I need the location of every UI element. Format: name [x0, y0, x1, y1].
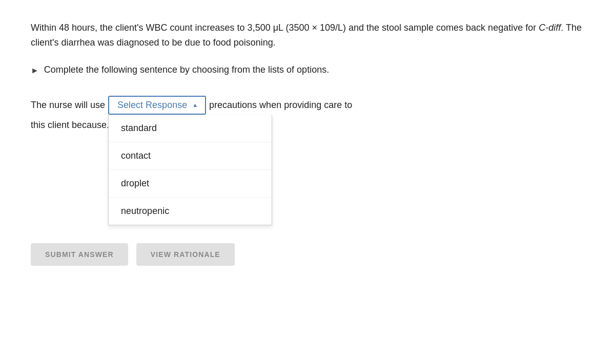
sentence-part2: precautions when providing care to [209, 100, 352, 111]
dropdown-arrow-icon: ▲ [192, 102, 198, 108]
option-neutropenic[interactable]: neutropenic [109, 198, 272, 225]
sentence-part3: this client because [31, 120, 107, 131]
intro-paragraph: Within 48 hours, the client's WBC count … [31, 20, 584, 50]
dropdown-wrapper: Select Response ▲ standard contact dropl… [108, 96, 206, 115]
instruction-text: Complete the following sentence by choos… [44, 65, 329, 75]
option-droplet[interactable]: droplet [109, 170, 272, 198]
select-response-label: Select Response [117, 100, 187, 111]
sentence-area: The nurse will use Select Response ▲ sta… [31, 96, 584, 115]
option-standard[interactable]: standard [109, 115, 272, 142]
page-container: Within 48 hours, the client's WBC count … [0, 0, 615, 286]
instruction-line: ► Complete the following sentence by cho… [31, 65, 584, 75]
arrow-icon: ► [31, 66, 39, 75]
dropdown-menu: standard contact droplet neutropenic [108, 115, 272, 225]
bottom-buttons: SUBMIT ANSWER VIEW RATIONALE [31, 243, 584, 266]
view-rationale-button[interactable]: VIEW RATIONALE [136, 243, 235, 266]
sentence-part1: The nurse will use [31, 100, 105, 111]
submit-answer-button[interactable]: SUBMIT ANSWER [31, 243, 128, 266]
option-contact[interactable]: contact [109, 142, 272, 170]
select-response-button[interactable]: Select Response ▲ [108, 96, 206, 115]
sentence-block: The nurse will use Select Response ▲ sta… [31, 96, 584, 131]
